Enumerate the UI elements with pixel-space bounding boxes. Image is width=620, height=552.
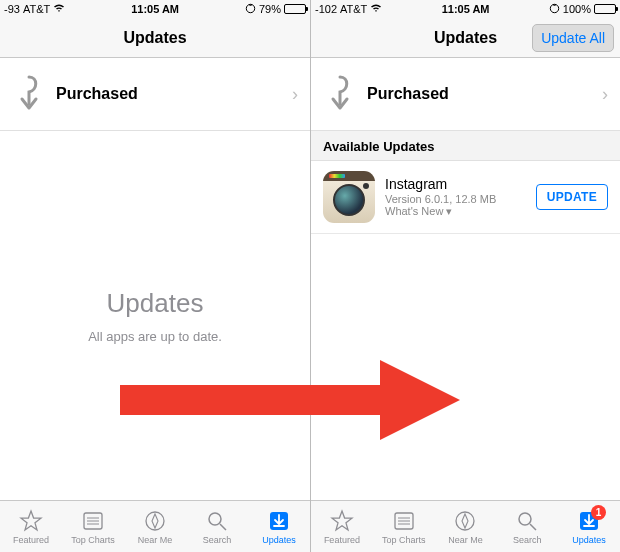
tab-search[interactable]: Search <box>496 501 558 552</box>
nav-bar: Updates Update All <box>311 18 620 58</box>
phone-right: -102 AT&T 11:05 AM 100% Updates Update A… <box>310 0 620 552</box>
update-row[interactable]: Instagram Version 6.0.1, 12.8 MB What's … <box>311 161 620 234</box>
empty-state: Updates All apps are up to date. <box>0 131 310 500</box>
tab-label: Updates <box>262 535 296 545</box>
purchased-icon <box>12 74 46 114</box>
purchased-label: Purchased <box>367 85 602 103</box>
updates-badge: 1 <box>591 505 606 520</box>
tab-label: Featured <box>324 535 360 545</box>
update-button[interactable]: UPDATE <box>536 184 608 210</box>
purchased-label: Purchased <box>56 85 292 103</box>
status-bar: -102 AT&T 11:05 AM 100% <box>311 0 620 18</box>
battery-icon <box>594 4 616 14</box>
tab-updates[interactable]: Updates <box>248 501 310 552</box>
purchased-row[interactable]: Purchased › <box>0 58 310 131</box>
star-icon <box>19 509 43 533</box>
search-icon <box>205 509 229 533</box>
clock: 11:05 AM <box>382 3 549 15</box>
tab-topcharts[interactable]: Top Charts <box>62 501 124 552</box>
rotation-lock-icon <box>245 3 256 16</box>
compass-icon <box>143 509 167 533</box>
empty-subtitle: All apps are up to date. <box>88 329 222 344</box>
list-icon <box>81 509 105 533</box>
phone-left: -93 AT&T 11:05 AM 79% Updates Pur <box>0 0 310 552</box>
tab-label: Near Me <box>448 535 483 545</box>
tab-featured[interactable]: Featured <box>311 501 373 552</box>
page-title: Updates <box>123 29 186 47</box>
wifi-icon <box>370 3 382 15</box>
empty-title: Updates <box>107 288 204 319</box>
signal-strength: -102 <box>315 3 337 15</box>
tab-label: Search <box>203 535 232 545</box>
available-updates-header: Available Updates <box>311 131 620 161</box>
tab-label: Top Charts <box>71 535 115 545</box>
tab-label: Updates <box>572 535 606 545</box>
tab-label: Search <box>513 535 542 545</box>
svg-point-6 <box>209 513 221 525</box>
tab-label: Top Charts <box>382 535 426 545</box>
page-title: Updates <box>434 29 497 47</box>
tab-search[interactable]: Search <box>186 501 248 552</box>
purchased-icon <box>323 74 357 114</box>
nav-bar: Updates <box>0 18 310 58</box>
svg-line-7 <box>220 524 226 530</box>
tab-nearme[interactable]: Near Me <box>124 501 186 552</box>
svg-line-16 <box>530 524 536 530</box>
tab-nearme[interactable]: Near Me <box>435 501 497 552</box>
battery-icon <box>284 4 306 14</box>
tab-bar: Featured Top Charts Near Me Search Updat… <box>311 500 620 552</box>
list-icon <box>392 509 416 533</box>
carrier-label: AT&T <box>23 3 50 15</box>
content-area <box>311 234 620 500</box>
tab-label: Featured <box>13 535 49 545</box>
wifi-icon <box>53 3 65 15</box>
compass-icon <box>453 509 477 533</box>
tab-updates[interactable]: Updates 1 <box>558 501 620 552</box>
purchased-row[interactable]: Purchased › <box>311 58 620 131</box>
chevron-right-icon: › <box>602 84 608 105</box>
star-icon <box>330 509 354 533</box>
download-icon <box>267 509 291 533</box>
signal-strength: -93 <box>4 3 20 15</box>
tab-featured[interactable]: Featured <box>0 501 62 552</box>
chevron-right-icon: › <box>292 84 298 105</box>
svg-point-15 <box>519 513 531 525</box>
tab-bar: Featured Top Charts Near Me Search Updat… <box>0 500 310 552</box>
update-all-button[interactable]: Update All <box>532 24 614 52</box>
app-name: Instagram <box>385 176 536 192</box>
search-icon <box>515 509 539 533</box>
battery-percent: 100% <box>563 3 591 15</box>
whats-new-link[interactable]: What's New ▾ <box>385 205 536 218</box>
app-version: Version 6.0.1, 12.8 MB <box>385 193 536 205</box>
app-icon-instagram <box>323 171 375 223</box>
tab-topcharts[interactable]: Top Charts <box>373 501 435 552</box>
rotation-lock-icon <box>549 3 560 16</box>
tab-label: Near Me <box>138 535 173 545</box>
battery-percent: 79% <box>259 3 281 15</box>
clock: 11:05 AM <box>65 3 245 15</box>
carrier-label: AT&T <box>340 3 367 15</box>
status-bar: -93 AT&T 11:05 AM 79% <box>0 0 310 18</box>
